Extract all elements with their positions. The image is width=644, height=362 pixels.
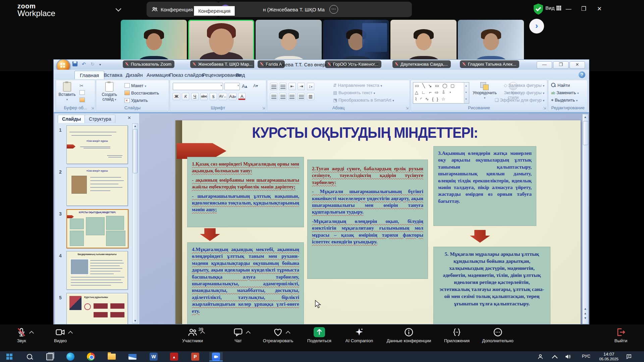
ppt-minimize-button[interactable]: — — [537, 61, 552, 69]
tab-outline-panel[interactable]: Структура — [85, 115, 115, 123]
window-minimize-button[interactable]: — — [563, 4, 574, 14]
view-button[interactable]: Вид — [545, 5, 561, 11]
toolbar-mic-muted[interactable]: Звук — [16, 326, 26, 343]
next-participants-button[interactable]: › — [529, 19, 544, 34]
shape-effects-button[interactable]: ❑ Эффекты для фигур ▾ — [495, 98, 544, 103]
tray-volume-icon[interactable] — [565, 354, 571, 359]
character-spacing-button[interactable]: AV↔ — [219, 93, 227, 100]
arrange-button[interactable]: Упорядочить▾ — [471, 82, 498, 100]
video-thumbnail[interactable]: Женсебаева Т. ШҚО Мар... — [188, 20, 254, 70]
toolbar-apps[interactable]: Приложения — [444, 326, 470, 343]
toolbar-exit[interactable]: Выйти — [614, 326, 628, 343]
redo-button[interactable]: ↻ — [91, 61, 95, 67]
ppt-close-button[interactable]: ✕ — [570, 61, 585, 69]
taskbar-acrobat-icon[interactable]: ▲ — [167, 352, 181, 361]
taskbar-edge-icon[interactable] — [64, 352, 77, 361]
taskbar-powerpoint-icon[interactable]: P — [189, 352, 202, 361]
document-scrollbar[interactable]: ▲ ▲ ▲ ▼ — [582, 114, 588, 324]
reset-button[interactable]: Восстановить — [124, 90, 159, 96]
smartart-button[interactable]: ⬔ Преобразовать в SmartArt ▾ — [333, 98, 394, 103]
taskbar-word-icon[interactable]: W — [147, 352, 160, 361]
decrease-indent-button[interactable]: ⇤ — [288, 83, 296, 90]
tray-hidden-icons-chevron[interactable] — [552, 355, 558, 361]
language-indicator[interactable]: РУС — [582, 354, 590, 359]
tray-people-icon[interactable] — [537, 354, 543, 360]
save-button[interactable] — [72, 61, 77, 66]
toolbar-heart[interactable]: Отреагировать — [263, 326, 293, 343]
bold-button[interactable]: Ж — [173, 93, 180, 100]
align-right-button[interactable] — [288, 93, 296, 100]
font-name-select[interactable] — [173, 83, 223, 90]
taskbar-mail-icon[interactable] — [126, 352, 139, 361]
video-thumbnail[interactable]: ГорОО Усть-Каменог... — [323, 20, 389, 70]
font-size-select[interactable] — [224, 83, 240, 90]
shapes-scrollbar[interactable]: ▴▾▾ — [464, 82, 469, 103]
paragraph-dialog-launcher[interactable]: ⇲ — [406, 106, 409, 110]
slide-thumbnail[interactable]: КУРСТЫ ОҚЫТУДЫҢ МІНДЕТТЕРІ: — [66, 209, 128, 248]
text-direction-button[interactable]: ⇵ Направление текста ▾ — [333, 83, 382, 88]
paste-button[interactable]: Вставить▾ — [57, 82, 77, 102]
italic-button[interactable]: К — [182, 93, 189, 100]
slide-thumbnail[interactable]: Курстың құрылымы — [66, 293, 128, 324]
drawing-dialog-launcher[interactable]: ⇲ — [543, 106, 546, 110]
workspace-chevron-down-icon[interactable] — [116, 6, 121, 12]
slide-thumbnail[interactable]: «Сөз өнері» курсы — [66, 125, 128, 164]
chevron-up-icon[interactable] — [286, 331, 290, 336]
qat-customize-icon[interactable]: ▾ — [99, 63, 101, 66]
new-slide-button[interactable]: Создать слайд ▾ — [98, 82, 121, 102]
tab-slides-panel[interactable]: Слайды — [58, 115, 85, 123]
action-center-icon[interactable] — [626, 354, 632, 360]
security-shield-icon[interactable] — [533, 3, 544, 15]
tab-shared-screen[interactable]: н (Женсебаева Т. ШҚО Ма ⋯ — [217, 2, 412, 17]
taskbar-zoom-icon[interactable] — [209, 352, 223, 361]
align-text-button[interactable]: ▤ Выровнять текст ▾ — [333, 90, 375, 95]
panel-close-icon[interactable]: ✕ — [127, 115, 131, 120]
slide-canvas[interactable]: КУРСТЫ ОҚЫТУДЫҢ МІНДЕТТЕРІ: 1.Қазақ сөз … — [175, 120, 581, 324]
shrink-font-button[interactable]: A▾ — [253, 83, 258, 88]
taskbar-start-icon[interactable] — [3, 352, 16, 361]
align-center-button[interactable] — [279, 93, 286, 100]
strikethrough-button[interactable]: abc — [200, 93, 208, 100]
chevron-up-icon[interactable] — [29, 331, 34, 336]
taskbar-taskview-icon[interactable] — [43, 352, 56, 361]
columns-button[interactable]: ▥ — [307, 93, 314, 100]
bullets-button[interactable] — [270, 83, 277, 90]
shape-fill-button2[interactable]: ◇ Заливка фигуры ▾ — [504, 83, 544, 88]
video-thumbnail[interactable]: Даулетканова Саида,... — [390, 20, 457, 70]
window-close-button[interactable]: ✕ — [594, 4, 605, 14]
undo-button[interactable]: ↶ — [82, 61, 86, 67]
numbering-button[interactable] — [279, 83, 286, 90]
slide-thumbnail[interactable]: «Сөз өнері» курсы — [66, 167, 128, 206]
align-left-button[interactable] — [270, 93, 277, 100]
toolbar-sparkle[interactable]: AI Companion — [345, 326, 373, 343]
panel-scrollbar[interactable]: ▲ ▼ — [132, 123, 138, 323]
delete-slide-button[interactable]: Удалить — [124, 98, 148, 103]
toolbar-chat[interactable]: Чат — [233, 326, 243, 343]
copy-icon[interactable] — [79, 90, 86, 95]
window-restore-button[interactable]: ❐ — [578, 4, 589, 14]
video-thumbnail[interactable]: Гладких Татьяна Алек... — [458, 20, 524, 70]
ribbon-tab-вид[interactable]: Вид — [231, 71, 250, 79]
taskbar-clock[interactable]: 14:07 05.05.2025 — [599, 352, 619, 361]
taskbar-chrome-icon[interactable] — [84, 352, 98, 361]
shadow-button[interactable]: S — [210, 93, 217, 100]
font-dialog-launcher[interactable]: ⇲ — [262, 106, 265, 110]
toolbar-participants[interactable]: 39Участники — [182, 326, 203, 343]
toolbar-camera[interactable]: Видео — [54, 326, 67, 343]
taskbar-explorer-icon[interactable] — [105, 352, 118, 361]
underline-button[interactable]: Ч — [191, 93, 199, 100]
chevron-up-icon[interactable] — [246, 331, 251, 336]
grow-font-button[interactable]: A▴ — [242, 83, 247, 89]
justify-button[interactable] — [298, 93, 305, 100]
chevron-up-icon[interactable] — [68, 331, 73, 336]
toolbar-share[interactable]: Поделиться — [307, 326, 331, 343]
clipboard-dialog-launcher[interactable]: ⇲ — [91, 106, 94, 110]
format-painter-icon[interactable] — [79, 98, 86, 103]
cut-icon[interactable]: ✂ — [79, 83, 84, 89]
slide-thumbnail[interactable]: Бағдарламаның ғылыми жаңалығы — [66, 251, 128, 290]
tab-options-icon[interactable]: ⋯ — [329, 5, 338, 14]
layout-button[interactable]: Макет ▾ — [124, 83, 146, 88]
shapes-gallery[interactable]: ▭ ╲ ↘ ▭ ◯ ▢△ ∟ ⌐ ⇨ ⇩ ◔⌇ ◜ ∿ { } ☆ ▴▾▾ — [413, 82, 469, 104]
change-case-button[interactable]: Аа▾ — [229, 93, 236, 100]
toolbar-more[interactable]: Дополнительно — [482, 326, 514, 343]
